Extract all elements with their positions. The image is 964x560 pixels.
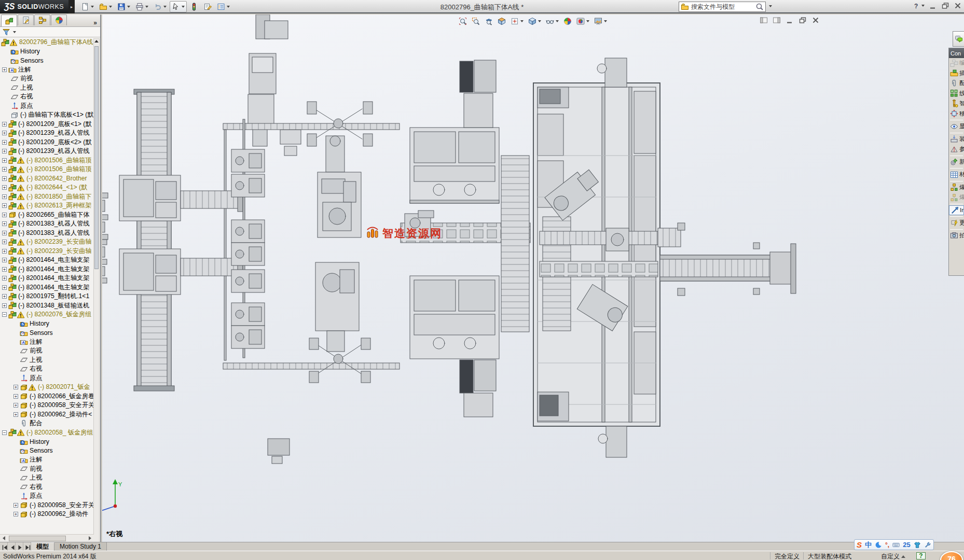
expand-toggle[interactable]: + xyxy=(2,149,7,153)
last-tab-button[interactable] xyxy=(23,542,31,551)
tree-vertical-scrollbar[interactable] xyxy=(93,38,100,549)
next-tab-button[interactable] xyxy=(16,542,23,551)
section-view-button[interactable] xyxy=(496,16,507,27)
tree-item[interactable]: 上视 xyxy=(0,473,94,483)
view-settings-button[interactable] xyxy=(593,16,609,27)
expand-toggle[interactable]: + xyxy=(2,176,7,181)
expand-toggle[interactable]: + xyxy=(13,385,18,389)
command-strip-header[interactable]: Con xyxy=(949,48,964,58)
ime-settings-button[interactable] xyxy=(924,541,931,549)
expand-toggle[interactable]: + xyxy=(2,158,7,163)
model-tab[interactable]: 模型 xyxy=(31,542,54,551)
tree-item[interactable]: 原点 xyxy=(0,102,94,111)
expand-toggle[interactable]: + xyxy=(2,240,7,244)
bill-of-materials-button[interactable]: 材 xyxy=(949,170,964,180)
doc-close-button[interactable] xyxy=(811,16,820,24)
previous-view-button[interactable] xyxy=(483,16,494,27)
exploded-view-button[interactable]: 爆 xyxy=(949,183,964,193)
tree-item[interactable]: +(-) 82002642_Brother xyxy=(0,174,94,184)
tree-item[interactable]: +(-) 82002071_钣金 xyxy=(0,383,94,392)
ime-lang-button[interactable]: 中 xyxy=(865,540,872,550)
restore-button[interactable] xyxy=(941,2,949,10)
show-hidden-button[interactable]: 显 xyxy=(949,121,964,132)
select-button[interactable] xyxy=(170,1,187,12)
expand-toggle[interactable]: + xyxy=(13,512,18,516)
assembly-features-button[interactable]: 装 xyxy=(949,134,964,145)
close-button[interactable] xyxy=(954,2,962,10)
expand-toggle[interactable]: − xyxy=(2,312,7,317)
expand-toggle[interactable]: + xyxy=(2,67,7,72)
prev-tab-button[interactable] xyxy=(8,542,16,551)
graphics-viewport[interactable]: Y Z 智造资源网 *右视 xyxy=(102,15,964,542)
tree-item[interactable]: (-) 曲轴箱下体底板<1> (默 xyxy=(0,110,94,120)
tree-item[interactable]: 配合 xyxy=(0,419,94,428)
expand-toggle[interactable]: + xyxy=(2,185,7,190)
tree-item[interactable]: +(-) 82002239_长安曲轴 xyxy=(0,247,94,256)
tree-item[interactable]: +(-) 82002066_钣金房卷 xyxy=(0,392,94,401)
print-button[interactable] xyxy=(133,1,150,12)
undo-button[interactable] xyxy=(152,1,169,12)
tab-propertymanager[interactable] xyxy=(18,15,34,25)
ime-toolbox-button[interactable]: 25 xyxy=(903,541,910,549)
expand-toggle[interactable]: + xyxy=(2,122,7,127)
filter-icon[interactable] xyxy=(2,28,10,36)
tab-displaymanager[interactable] xyxy=(51,15,67,25)
tree-item[interactable]: Sensors xyxy=(0,446,94,456)
zoom-fit-button[interactable] xyxy=(457,16,469,27)
large-assembly-update-button[interactable]: 更 xyxy=(949,218,964,228)
tree-item[interactable]: +(-) 82001975_翻转机.1<1 xyxy=(0,292,94,301)
expand-toggle[interactable]: − xyxy=(2,430,7,435)
tree-item[interactable]: History xyxy=(0,319,94,329)
expand-toggle[interactable]: + xyxy=(2,167,7,172)
tree-item[interactable]: 右视 xyxy=(0,483,94,492)
tree-item[interactable]: Sensors xyxy=(0,328,94,338)
ime-logo-button[interactable]: S xyxy=(857,540,862,549)
tree-item[interactable]: +(-) 82001506_曲轴箱顶 xyxy=(0,156,94,165)
tree-item[interactable]: +(-) 82001464_电主轴支架 xyxy=(0,274,94,283)
first-tab-button[interactable] xyxy=(0,542,8,551)
tree-item[interactable]: +A注解 xyxy=(0,65,94,75)
tree-scroll-thumb[interactable] xyxy=(94,46,99,269)
tree-item[interactable]: +(-) 82001464_电主轴支架 xyxy=(0,283,94,292)
tree-item[interactable]: 上视 xyxy=(0,83,94,93)
tree-item[interactable]: +(-) 82002239_长安曲轴 xyxy=(0,237,94,247)
smart-fasteners-button[interactable]: 智 xyxy=(949,99,964,109)
expand-toggle[interactable]: + xyxy=(13,412,18,417)
scroll-right-button[interactable] xyxy=(86,535,94,542)
expand-toggle[interactable]: + xyxy=(2,267,7,272)
expand-toggle[interactable]: + xyxy=(2,131,7,135)
tree-item[interactable]: +(-) 82001239_机器人管线 xyxy=(0,147,94,156)
expand-toggle[interactable]: + xyxy=(13,394,18,399)
mate-button[interactable]: 配 xyxy=(949,78,964,89)
tree-item[interactable]: 前视 xyxy=(0,465,94,474)
open-button[interactable] xyxy=(97,1,114,12)
tree-item[interactable]: 右视 xyxy=(0,92,94,102)
tree-item[interactable]: +(-) 82001383_机器人管线 xyxy=(0,229,94,238)
tree-item[interactable]: +(-) 82001850_曲轴箱下 xyxy=(0,192,94,202)
view-orientation-button[interactable] xyxy=(509,16,525,27)
tab-featuremanager-tree[interactable] xyxy=(1,15,17,26)
comments-flyout-tab[interactable] xyxy=(953,31,964,47)
new-button[interactable] xyxy=(79,1,96,12)
tree-item[interactable]: 前视 xyxy=(0,346,94,356)
take-snapshot-button[interactable]: 拍 xyxy=(949,231,964,241)
tree-item[interactable]: +(-) 82001209_底板<2> (默 xyxy=(0,138,94,147)
tree-item[interactable]: +(-) 82001464_电主轴支架 xyxy=(0,256,94,265)
ime-toolbar[interactable]: S中°,25 xyxy=(854,539,934,550)
edit-properties-button[interactable] xyxy=(201,1,214,12)
expand-toggle[interactable]: + xyxy=(13,503,18,508)
move-component-button[interactable]: 移 xyxy=(949,109,964,119)
tree-item[interactable]: 右视 xyxy=(0,365,94,374)
display-style-button[interactable] xyxy=(527,16,543,27)
tree-item[interactable]: +(-) 82001383_机器人管线 xyxy=(0,219,94,229)
expand-toggle[interactable]: + xyxy=(2,140,7,145)
tree-item[interactable]: +(-) 82002644_<1> (默 xyxy=(0,183,94,192)
tree-item[interactable]: +(-) 82001348_板链输送机 xyxy=(0,301,94,311)
tree-item[interactable]: −(-) 82002058_ 钣金房组 xyxy=(0,428,94,438)
tree-item[interactable]: A注解 xyxy=(0,338,94,347)
expand-toggle[interactable]: + xyxy=(2,231,7,235)
tree-item[interactable]: History xyxy=(0,437,94,446)
filter-caret-icon[interactable] xyxy=(13,31,16,33)
status-custom-dropdown[interactable]: 自定义 xyxy=(877,552,905,559)
appearance-button[interactable] xyxy=(188,1,200,12)
